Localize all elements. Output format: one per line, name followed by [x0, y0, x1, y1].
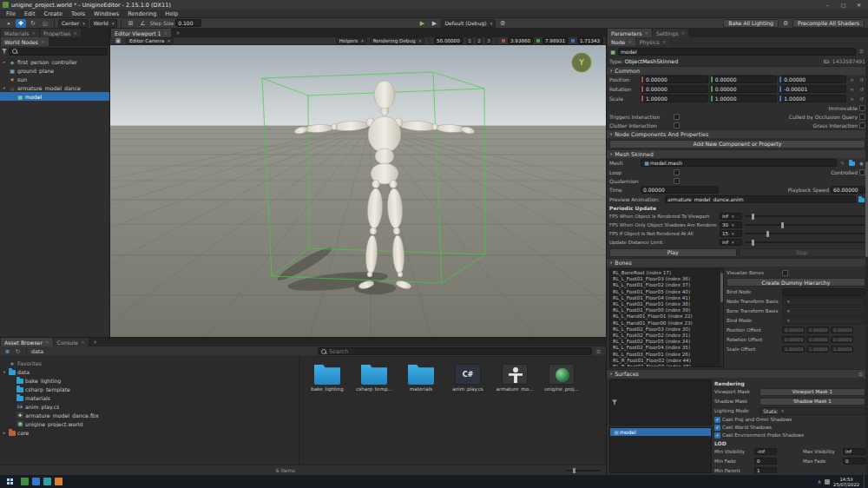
- taskbar-app-icon[interactable]: [55, 478, 62, 485]
- link-icon[interactable]: [848, 95, 856, 102]
- immovable-checkbox[interactable]: [859, 105, 865, 111]
- mesh-field[interactable]: model.mesh: [641, 159, 837, 167]
- section-surfaces[interactable]: Surfaces: [607, 369, 868, 378]
- cast-proj-omni-checkbox[interactable]: [714, 417, 720, 423]
- view-mesh-icon[interactable]: [858, 159, 865, 167]
- scale-x-field[interactable]: 1.00000: [641, 95, 708, 102]
- play-icon[interactable]: [429, 19, 439, 28]
- speed-preset-2[interactable]: 2: [476, 37, 483, 44]
- asset-tree-item[interactable]: anim_play.cs: [0, 402, 299, 411]
- tab-asset-browser[interactable]: Asset Browser: [1, 338, 53, 346]
- fps-slider[interactable]: [745, 233, 865, 234]
- bake-settings-gear-icon[interactable]: [780, 19, 791, 28]
- expander-icon[interactable]: ▾: [2, 370, 7, 374]
- triggers-interaction-checkbox[interactable]: [674, 114, 680, 120]
- surfaces-filter-input[interactable]: [609, 379, 712, 425]
- play-animation-button[interactable]: Play: [609, 248, 737, 257]
- asset-grid-item[interactable]: csharp_temp...: [355, 364, 393, 392]
- lighting-mode-dropdown[interactable]: Static: [760, 407, 865, 415]
- loop-checkbox[interactable]: [674, 169, 680, 175]
- node-tree-item[interactable]: ▾ armature_model_dance: [0, 83, 109, 92]
- browse-mesh-icon[interactable]: [849, 162, 855, 166]
- bones-list[interactable]: RL_BoneRoot (index 17)RL_L_Foot01_Floor0…: [609, 268, 724, 367]
- run-settings-gear-icon[interactable]: [497, 19, 508, 28]
- fps-slider[interactable]: [745, 215, 865, 217]
- bind-node-field[interactable]: [782, 288, 865, 296]
- view-options-icon[interactable]: [595, 347, 602, 355]
- viewport-mask-button[interactable]: Viewport Mask 1: [760, 388, 865, 396]
- reset-icon[interactable]: [858, 95, 865, 102]
- max-fade-field[interactable]: 0: [843, 458, 865, 465]
- rotation-x-field[interactable]: 0.00000: [641, 85, 708, 93]
- menu-item[interactable]: File: [2, 10, 20, 17]
- node-menu-icon[interactable]: [858, 48, 865, 56]
- bone-item[interactable]: RL_L_Foot02_Floor02 (index 31): [613, 333, 720, 339]
- preview-animation-field[interactable]: armature_model_dance.anim: [665, 195, 856, 203]
- surfaces-menu-icon[interactable]: [857, 370, 865, 378]
- rendering-debug-dropdown[interactable]: Rendering Debug: [370, 37, 424, 44]
- pivot-dropdown[interactable]: Center: [58, 19, 89, 28]
- camera-pos-z[interactable]: 1.71343: [577, 37, 603, 44]
- expander-icon[interactable]: ▸: [2, 60, 7, 64]
- asset-grid-item[interactable]: armature_mo...: [496, 364, 534, 392]
- occlusion-query-checkbox[interactable]: [859, 114, 865, 120]
- camera-speed-field[interactable]: 50.00000: [434, 37, 464, 44]
- step-size-field[interactable]: 0.100: [175, 19, 201, 27]
- snap-toggle-icon[interactable]: [125, 19, 135, 28]
- position-z-field[interactable]: 0.00000: [779, 76, 846, 83]
- scale-y-field[interactable]: 1.00000: [710, 95, 778, 102]
- asset-tree-item[interactable]: csharp_template: [0, 385, 299, 393]
- camera-dropdown[interactable]: Editor Camera: [126, 37, 174, 44]
- asset-tree-item[interactable]: bake_lighting: [0, 376, 299, 385]
- shadow-mask-button[interactable]: Shadow Mask 1: [760, 398, 865, 406]
- clutter-interaction-checkbox[interactable]: [674, 122, 680, 129]
- node-tree-item[interactable]: sun: [0, 75, 109, 83]
- precompile-shaders-button[interactable]: Precompile All Shaders: [792, 19, 865, 28]
- rotate-tool-icon[interactable]: [28, 19, 38, 28]
- position-y-field[interactable]: 0.00000: [710, 76, 778, 83]
- menu-item[interactable]: Help: [161, 10, 182, 17]
- tab-parameters[interactable]: Parameters: [608, 29, 652, 37]
- reset-icon[interactable]: [858, 85, 865, 93]
- browse-animation-icon[interactable]: [858, 198, 865, 202]
- taskbar-app-icon[interactable]: [21, 478, 29, 485]
- fps-value-dropdown[interactable]: 30: [720, 221, 742, 228]
- run-project-icon[interactable]: [417, 19, 427, 28]
- bone-item[interactable]: RL_L_Foot01_Floor05 (index 40): [613, 289, 720, 295]
- menu-item[interactable]: Windows: [89, 10, 123, 17]
- asset-tree-item[interactable]: armature_model_dance.fbx: [0, 411, 299, 419]
- bone-item[interactable]: RL_L_Hand01_Floor00 (index 23): [613, 320, 720, 326]
- section-components[interactable]: Node Components And Properties: [607, 129, 868, 138]
- asset-tree-item[interactable]: materials: [0, 393, 299, 402]
- close-button[interactable]: [852, 0, 865, 10]
- asset-grid-item[interactable]: unigine_proj...: [542, 364, 581, 392]
- bone-item[interactable]: RL_L_Foot02_Floor03 (index 30): [613, 326, 720, 333]
- menu-item[interactable]: Tools: [67, 10, 89, 17]
- tab-settings[interactable]: Settings: [653, 29, 688, 37]
- tab-node[interactable]: Node: [608, 37, 635, 46]
- taskbar-app-icon[interactable]: [32, 478, 40, 485]
- node-tree-item[interactable]: ▸ first_person_controller: [0, 57, 109, 66]
- tab-console[interactable]: Console: [54, 338, 89, 346]
- taskbar-app-icon[interactable]: [43, 478, 51, 485]
- bone-item[interactable]: RL_L_Foot02_Floor04 (index 35): [613, 345, 720, 351]
- select-tool-icon[interactable]: [3, 19, 14, 28]
- node-tree-item[interactable]: ground_plane: [0, 66, 109, 75]
- bone-item[interactable]: RL_BoneRoot (index 17): [613, 270, 720, 276]
- tab-world-nodes[interactable]: World Nodes: [1, 37, 49, 46]
- grass-interaction-checkbox[interactable]: [859, 122, 865, 129]
- build-config-dropdown[interactable]: Default (Debug): [441, 19, 496, 28]
- menu-item[interactable]: Edit: [20, 10, 40, 17]
- min-parent-field[interactable]: 1: [754, 467, 777, 473]
- start-button[interactable]: [2, 475, 17, 488]
- breadcrumb[interactable]: data: [31, 348, 43, 354]
- asset-tree-item[interactable]: ▸ core: [0, 428, 299, 437]
- max-visibility-field[interactable]: inf: [843, 448, 865, 455]
- add-component-button[interactable]: Add New Component or Property: [609, 140, 865, 148]
- asset-grid-item[interactable]: materials: [402, 364, 440, 392]
- position-x-field[interactable]: 0.00000: [641, 76, 708, 83]
- camera-pos-x[interactable]: 3.93860: [508, 37, 534, 44]
- edit-mesh-icon[interactable]: [838, 159, 846, 167]
- fps-value-dropdown[interactable]: inf: [720, 239, 742, 246]
- fps-value-dropdown[interactable]: inf: [720, 213, 742, 220]
